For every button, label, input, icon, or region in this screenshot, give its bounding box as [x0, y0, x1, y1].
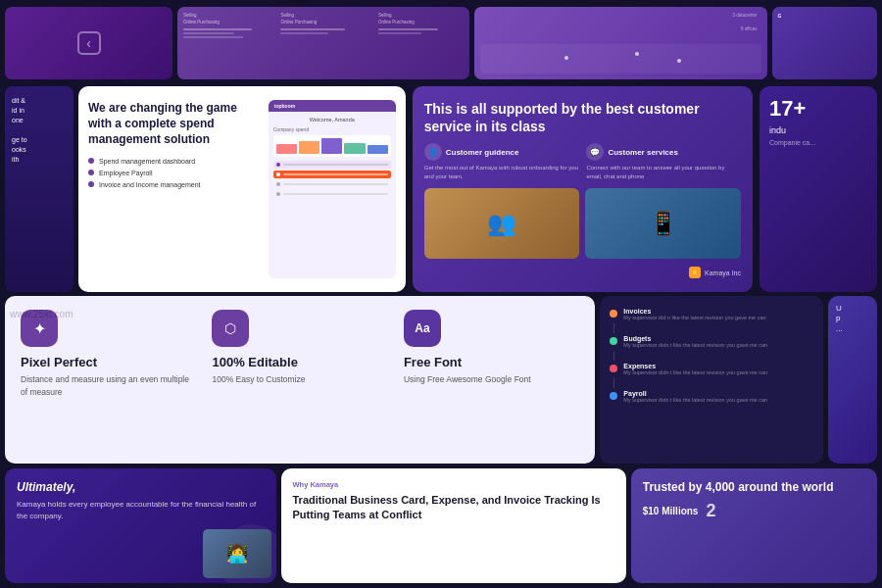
- spend-title: We are changing the game with a complete…: [88, 100, 261, 148]
- ultimately-body: Kamaya holds every employee accountable …: [17, 499, 265, 522]
- right-tracking-panel: Invoices My supervisor did n like the la…: [600, 296, 823, 464]
- feature-3-desc: Using Free Awesome Google Font: [404, 373, 579, 386]
- customer-services-feature: 💬 Customer services Connect with our tea…: [586, 143, 741, 180]
- customer-image-2: 📱: [585, 188, 741, 259]
- industry-sublabel: Companie ca...: [769, 139, 867, 146]
- feature-1-desc: Distance and measure using an even multi…: [21, 373, 196, 399]
- card-customer-service: This is all supported by the best custom…: [413, 86, 753, 292]
- feature-item-2: Employee Payroll: [88, 170, 261, 176]
- kamaya-badge: K Kamaya Inc: [424, 267, 741, 278]
- feature-pixel-perfect: ✦ Pixel Perfect Distance and measure usi…: [13, 310, 204, 399]
- panel-payroll-label: Payroll: [623, 390, 767, 397]
- features-section: ✦ Pixel Perfect Distance and measure usi…: [5, 296, 595, 464]
- bottom-card-why-kamaya: Why Kamaya Traditional Business Card, Ex…: [281, 468, 626, 583]
- bottom-card-trusted: Trusted by 4,000 around the world $10 Mi…: [631, 468, 877, 583]
- card-spend-management: We are changing the game with a complete…: [78, 86, 406, 292]
- feature-font: Aa Free Font Using Free Awesome Google F…: [396, 310, 587, 386]
- customer-guidance-feature: 👤 Customer guidence Get the most out of …: [424, 143, 579, 180]
- bottom-card-ultimately: Ultimately, Kamaya holds every employee …: [5, 468, 276, 583]
- ultimately-italic: Ultimately,: [17, 480, 265, 494]
- panel-budgets-label: Budgets: [623, 335, 767, 342]
- industry-number: 17+: [769, 96, 867, 122]
- ultimately-image: 👩‍💻: [203, 529, 271, 578]
- why-kamaya-title: Traditional Business Card, Expense, and …: [293, 493, 614, 522]
- slide-thumb-4[interactable]: G: [772, 7, 877, 79]
- feature-1-name: Pixel Perfect: [21, 355, 196, 369]
- right-info-strip: 17+ indu Companie ca...: [760, 86, 877, 292]
- panel-expenses-label: Expenses: [623, 363, 767, 369]
- panel-payroll-sub: My supervisor didn t like the latest rev…: [623, 397, 767, 404]
- left-strip: dit &id inone ge toooksith: [5, 86, 74, 292]
- panel-budgets-sub: My supervisor didn t like the latest rev…: [623, 342, 767, 349]
- watermark: www.25xt.com: [10, 309, 73, 319]
- trusted-number: 2: [706, 501, 715, 521]
- trusted-amount: $10 Millions: [643, 506, 699, 516]
- industry-label: indu: [769, 125, 867, 135]
- feature-2-desc: 100% Easy to Customize: [212, 373, 387, 386]
- panel-invoices-label: Invoices: [623, 308, 765, 315]
- customer-image-1: 👥: [424, 188, 580, 259]
- customer-service-title: This is all supported by the best custom…: [424, 100, 741, 135]
- panel-invoices-sub: My supervisor did n like the latest revi…: [623, 315, 765, 321]
- panel-expenses-sub: My supervisor didn t like the latest rev…: [623, 369, 767, 376]
- feature-editable: ⬡ 100% Editable 100% Easy to Customize: [204, 310, 395, 386]
- trusted-title: Trusted by 4,000 around the world: [643, 480, 865, 496]
- why-kamaya-label: Why Kamaya: [293, 480, 614, 489]
- feature-item-1: Spend management dashboard: [88, 158, 261, 165]
- slide-thumb-1[interactable]: ‹: [5, 7, 172, 79]
- partial-right-card: Up...: [828, 296, 877, 464]
- feature-2-name: 100% Editable: [212, 355, 387, 369]
- feature-3-name: Free Font: [404, 355, 579, 369]
- slide-thumb-3[interactable]: 3 datacenter 8 offices: [474, 7, 766, 79]
- slide-thumb-2[interactable]: Selling Online Purchasing Selling Online…: [177, 7, 469, 79]
- feature-item-3: Invoice and Income management: [88, 181, 261, 188]
- dashboard-mockup: topboom Welcome, Amanda Company spend: [269, 100, 396, 278]
- top-slides-row: ‹ Selling Online Purchasing Selling Onli…: [0, 0, 882, 86]
